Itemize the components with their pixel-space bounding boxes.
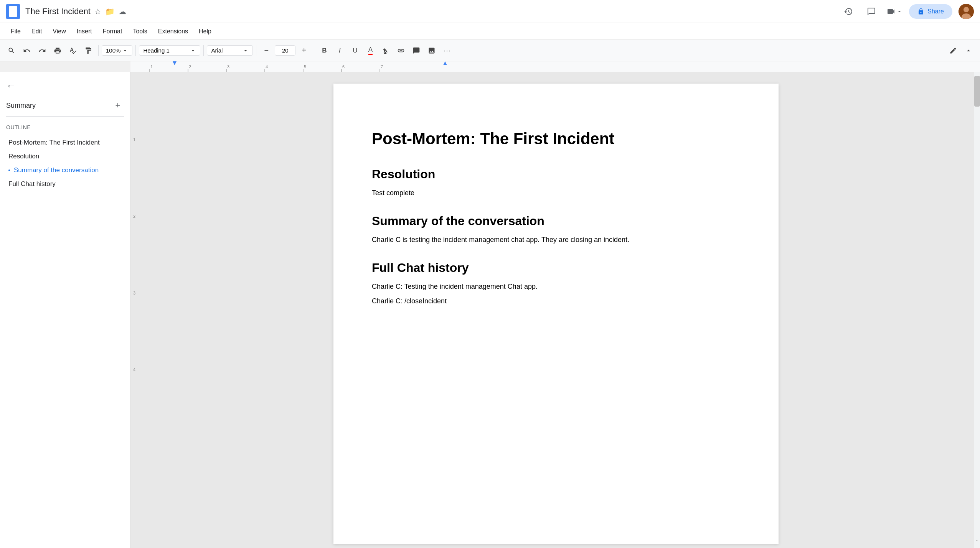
folder-icon[interactable]: 📁 (105, 7, 115, 16)
format-paint-button[interactable] (81, 44, 95, 58)
body-chat-line1: Charlie C: Testing the incident manageme… (372, 281, 740, 292)
svg-text:3: 3 (227, 64, 229, 69)
more-button[interactable]: ⋯ (440, 44, 454, 58)
highlight-button[interactable] (379, 44, 393, 58)
svg-point-1 (964, 7, 969, 12)
svg-text:4: 4 (266, 64, 268, 69)
margin-num-1: 1 (133, 137, 135, 142)
comment-button[interactable] (863, 3, 880, 20)
margin-num-2: 2 (133, 214, 135, 219)
scroll-thumb[interactable] (974, 76, 980, 107)
summary-label: Summary (6, 102, 36, 110)
menu-bar: File Edit View Insert Format Tools Exten… (0, 23, 980, 40)
cloud-icon[interactable]: ☁ (119, 7, 126, 16)
ruler: 1 2 3 4 5 6 7 (130, 61, 980, 72)
link-button[interactable] (394, 44, 408, 58)
document-title: Post-Mortem: The First Incident (372, 130, 740, 148)
section-chat: Full Chat history Charlie C: Testing the… (372, 261, 740, 307)
separator-2 (135, 45, 136, 56)
redo-button[interactable] (35, 44, 49, 58)
undo-button[interactable] (20, 44, 34, 58)
document-area[interactable]: Post-Mortem: The First Incident Resoluti… (138, 72, 974, 548)
heading-resolution: Resolution (372, 167, 740, 181)
svg-text:1: 1 (150, 64, 153, 69)
menu-edit[interactable]: Edit (27, 26, 47, 37)
body-resolution: Test complete (372, 188, 740, 199)
font-size-decrease[interactable]: − (259, 44, 273, 58)
body-chat-line2: Charlie C: /closeIncident (372, 296, 740, 307)
font-value: Arial (211, 47, 223, 54)
menu-insert[interactable]: Insert (72, 26, 97, 37)
font-dropdown[interactable]: Arial (207, 45, 253, 56)
style-dropdown[interactable]: Heading 1 (139, 45, 200, 56)
outline-label: Outline (6, 124, 124, 130)
title-bar-right: Share (840, 3, 974, 20)
comment-inline-button[interactable] (409, 44, 423, 58)
outline-section: Outline Post-Mortem: The First Incident … (6, 124, 124, 191)
font-size-increase[interactable]: + (297, 44, 311, 58)
search-button[interactable] (5, 44, 18, 58)
share-label: Share (927, 8, 944, 15)
separator-1 (98, 45, 99, 56)
heading-chat: Full Chat history (372, 261, 740, 275)
image-button[interactable] (425, 44, 439, 58)
italic-button[interactable]: I (333, 44, 346, 58)
outline-item-resolution[interactable]: Resolution (6, 150, 124, 163)
share-button[interactable]: Share (909, 4, 952, 19)
section-summary: Summary of the conversation Charlie C is… (372, 214, 740, 245)
back-button[interactable]: ← (6, 80, 16, 92)
ruler-svg: 1 2 3 4 5 6 7 (130, 61, 980, 72)
doc-icon (6, 4, 20, 19)
svg-text:7: 7 (381, 64, 383, 69)
body-summary: Charlie C is testing the incident manage… (372, 234, 740, 245)
star-icon[interactable]: ☆ (94, 7, 101, 16)
outline-item-full-chat[interactable]: Full Chat history (6, 177, 124, 191)
edit-mode-button[interactable] (946, 44, 960, 58)
title-bar: The First Incident ☆ 📁 ☁ Share (0, 0, 980, 23)
separator-3 (203, 45, 204, 56)
menu-view[interactable]: View (48, 26, 70, 37)
bold-button[interactable]: B (317, 44, 331, 58)
text-color-button[interactable]: A (363, 44, 377, 58)
font-size-input[interactable] (275, 45, 295, 56)
menu-extensions[interactable]: Extensions (153, 26, 193, 37)
outline-item-post-mortem[interactable]: Post-Mortem: The First Incident (6, 136, 124, 150)
left-margin: 1 2 3 4 (130, 72, 138, 548)
add-summary-button[interactable]: + (112, 99, 124, 112)
menu-help[interactable]: Help (194, 26, 216, 37)
history-button[interactable] (840, 3, 857, 20)
meet-button[interactable] (886, 3, 903, 20)
menu-file[interactable]: File (6, 26, 25, 37)
svg-text:5: 5 (304, 64, 306, 69)
outline-item-summary-conversation[interactable]: Summary of the conversation (6, 163, 124, 177)
separator-4 (256, 45, 256, 56)
print-button[interactable] (51, 44, 64, 58)
spellcheck-button[interactable] (66, 44, 80, 58)
doc-title: The First Incident (25, 7, 91, 16)
right-scrollbar[interactable] (974, 72, 980, 548)
summary-section: Summary + (6, 99, 124, 117)
margin-num-3: 3 (133, 291, 135, 295)
sidebar-divider (6, 116, 124, 117)
menu-tools[interactable]: Tools (128, 26, 152, 37)
title-icons: ☆ 📁 ☁ (94, 7, 126, 16)
zoom-value: 100% (106, 47, 120, 54)
toolbar: 100% Heading 1 Arial − + B I U A ⋯ (0, 40, 980, 61)
svg-rect-3 (130, 61, 980, 72)
heading-summary: Summary of the conversation (372, 214, 740, 228)
scroll-down-icon[interactable] (975, 537, 979, 544)
sidebar: ← Summary + Outline Post-Mortem: The Fir… (0, 72, 130, 548)
svg-text:2: 2 (189, 64, 191, 69)
document-page: Post-Mortem: The First Incident Resoluti… (333, 84, 779, 544)
margin-num-4: 4 (133, 367, 135, 372)
separator-5 (314, 45, 314, 56)
user-avatar[interactable] (959, 4, 974, 19)
collapse-button[interactable] (962, 44, 975, 58)
underline-button[interactable]: U (348, 44, 362, 58)
menu-format[interactable]: Format (98, 26, 127, 37)
main-layout: ← Summary + Outline Post-Mortem: The Fir… (0, 72, 980, 548)
summary-row: Summary + (6, 99, 124, 112)
zoom-control[interactable]: 100% (102, 45, 132, 56)
style-value: Heading 1 (143, 47, 169, 54)
svg-text:6: 6 (342, 64, 345, 69)
